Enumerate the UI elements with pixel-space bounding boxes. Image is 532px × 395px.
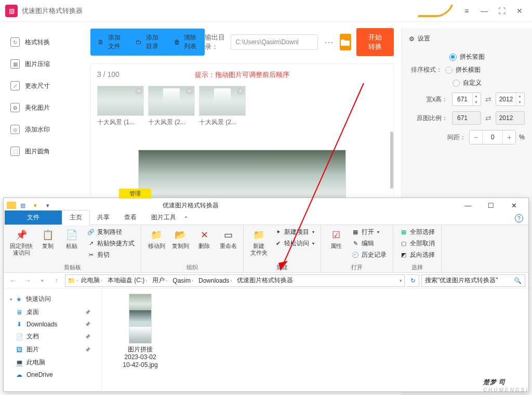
explorer-icon [7, 202, 16, 209]
ribbon-collapse-button[interactable]: ⌃ [183, 215, 189, 222]
tab-picture-tools[interactable]: 图片工具 [144, 210, 183, 225]
ribbon-group-label: 选择 [411, 264, 423, 271]
copyto-button[interactable]: 📂复制到 [170, 227, 190, 251]
tab-share[interactable]: 共享 [90, 210, 117, 225]
select-all-button[interactable]: ▦全部选择 [398, 227, 436, 237]
clear-list-button[interactable]: 🗑清除列表 [167, 29, 205, 56]
gap-stepper[interactable]: −+ [469, 130, 516, 144]
remove-thumb-button[interactable]: × [135, 87, 142, 95]
explorer-close-button[interactable]: ✕ [502, 198, 525, 213]
sidebar-item-label: 图片压缩 [25, 60, 50, 69]
tree-quick-access[interactable]: ▾★快速访问 [6, 293, 100, 306]
tree-documents[interactable]: 📄文档 [6, 330, 100, 343]
add-file-button[interactable]: 🗎添加文件 [90, 29, 128, 56]
file-item[interactable]: 图片拼接 2023-03-02 10-42-05.jpg [112, 294, 169, 369]
new-item-button[interactable]: ✦新建项目▾ [273, 227, 315, 237]
sidebar-item-format[interactable]: ↻格式转换 [0, 31, 83, 53]
help-button[interactable]: ? [515, 214, 523, 222]
round-icon: ⬚ [10, 147, 20, 156]
file-explorer-window: 管理 ▥ ▾ ▾ 优速图片格式转换器 — ☐ ✕ 文件 主页 共享 查看 图片工… [3, 198, 529, 392]
remove-thumb-button[interactable]: × [237, 87, 244, 95]
minimize-button[interactable]: — [477, 4, 491, 18]
context-tab-manage[interactable]: 管理 [119, 189, 151, 199]
qat-props-icon[interactable]: ▥ [17, 201, 29, 210]
menu-button[interactable]: ≡ [459, 4, 474, 18]
sidebar-item-beautify[interactable]: ✿美化图片 [0, 97, 83, 118]
open-button[interactable]: ▦打开▾ [350, 227, 388, 237]
maximize-button[interactable]: ⛶ [495, 4, 509, 18]
tree-desktop[interactable]: 🖥桌面 [6, 306, 100, 319]
pin-icon: 📌 [14, 228, 29, 242]
thumbnail[interactable]: ×十大风景 (1... [97, 86, 144, 127]
tab-file[interactable]: 文件 [5, 210, 62, 225]
moveto-button[interactable]: 📁移动到 [147, 227, 166, 251]
cut-button[interactable]: ✂剪切 [86, 250, 136, 260]
height-input[interactable]: ▲▼ [496, 93, 525, 106]
tab-home[interactable]: 主页 [62, 210, 90, 225]
close-button[interactable]: ✕ [512, 4, 527, 18]
paste-shortcut-button[interactable]: ↗粘贴快捷方式 [86, 239, 136, 248]
paste-button[interactable]: 📄粘贴 [62, 227, 82, 251]
newfolder-icon: 📁 [251, 228, 266, 242]
explorer-minimize-button[interactable]: — [457, 198, 480, 213]
sidebar-item-watermark[interactable]: ◎添加水印 [0, 118, 83, 140]
history-button[interactable]: 🕘历史记录 [350, 250, 388, 260]
add-dir-button[interactable]: 🗀添加目录 [128, 29, 166, 56]
breadcrumb[interactable]: Qasim› [170, 277, 195, 284]
delete-button[interactable]: ✕删除 [194, 227, 214, 251]
select-none-button[interactable]: ▢全部取消 [398, 239, 436, 248]
refresh-button[interactable]: ↻ [407, 274, 419, 287]
tab-view[interactable]: 查看 [117, 210, 144, 225]
nav-back-button[interactable]: ← [7, 274, 19, 287]
tree-onedrive[interactable]: ☁OneDrive [6, 369, 100, 380]
thumbnail[interactable]: ×十大风景 (2... [199, 86, 246, 127]
tree-pictures[interactable]: 🖼图片 [6, 343, 100, 356]
ribbon-group-label: 打开 [351, 264, 363, 271]
scrollbar[interactable] [390, 131, 393, 189]
increment-button[interactable]: + [503, 130, 515, 144]
invert-selection-button[interactable]: ◩反向选择 [398, 250, 436, 260]
thumbnail[interactable]: ×十大风景 (2... [148, 86, 195, 127]
breadcrumb[interactable]: 用户› [150, 276, 169, 285]
sidebar-item-round[interactable]: ⬚图片圆角 [0, 140, 83, 162]
mode-vertical-radio[interactable] [449, 54, 457, 61]
sidebar-item-resize[interactable]: ⤢更改尺寸 [0, 75, 83, 97]
width-input[interactable]: ▲▼ [452, 93, 481, 106]
tree-downloads[interactable]: ⬇Downloads [6, 319, 100, 330]
sidebar-item-label: 格式转换 [25, 38, 50, 47]
copy-path-button[interactable]: 🔗复制路径 [86, 227, 136, 237]
tree-this-pc[interactable]: 💻此电脑 [6, 356, 100, 369]
gap-input[interactable] [482, 130, 503, 144]
address-dropdown-icon[interactable]: ▾ [400, 278, 402, 283]
properties-button[interactable]: ☑属性 [326, 227, 346, 251]
breadcrumb[interactable]: 此电脑› [79, 276, 104, 285]
edit-button[interactable]: ✎编辑 [350, 239, 388, 248]
decrement-button[interactable]: − [470, 130, 482, 144]
breadcrumb[interactable]: 本地磁盘 (C:)› [105, 276, 149, 285]
address-bar[interactable]: 📁› 此电脑› 本地磁盘 (C:)› 用户› Qasim› Downloads›… [65, 274, 405, 287]
start-convert-button[interactable]: 开始转换 [356, 28, 394, 56]
mode-horizontal-radio[interactable] [445, 67, 453, 74]
qat-newfolder-icon[interactable]: ▾ [30, 201, 41, 210]
breadcrumb[interactable]: 优速图片格式转换器 [235, 276, 295, 285]
qat-dropdown-icon[interactable]: ▾ [42, 201, 54, 210]
open-output-button[interactable] [340, 34, 351, 50]
settings-header: 设置 [418, 34, 430, 43]
rename-button[interactable]: ▭重命名 [218, 227, 238, 251]
swap-icon[interactable]: ⇄ [485, 95, 491, 103]
remove-thumb-button[interactable]: × [186, 87, 193, 95]
nav-forward-button[interactable]: → [21, 274, 34, 287]
easy-access-button[interactable]: ✔轻松访问▾ [273, 239, 315, 248]
mode-custom-radio[interactable] [453, 80, 460, 87]
new-folder-button[interactable]: 📁新建 文件夹 [249, 227, 269, 257]
search-input[interactable]: 搜索"优速图片格式转换器"🔍 [421, 274, 525, 287]
explorer-maximize-button[interactable]: ☐ [480, 198, 502, 213]
copy-button[interactable]: 📋复制 [38, 227, 58, 251]
browse-button[interactable]: ⋯ [320, 33, 338, 51]
nav-recent-button[interactable]: ▾ [36, 274, 48, 287]
nav-up-button[interactable]: ↑ [50, 274, 63, 287]
output-dir-input[interactable] [231, 34, 318, 50]
pin-quickaccess-button[interactable]: 📌固定到快 速访问 [9, 227, 34, 257]
breadcrumb[interactable]: Downloads› [196, 277, 234, 284]
sidebar-item-compress[interactable]: ▦图片压缩 [0, 53, 83, 75]
